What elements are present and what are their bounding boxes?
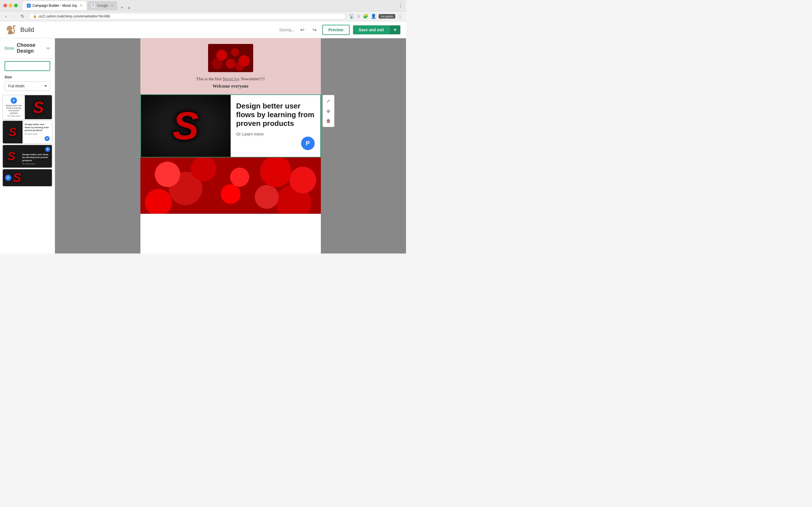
redo-button[interactable]: ↪: [310, 25, 319, 34]
minimize-dot[interactable]: [9, 4, 12, 7]
address-bar: ‹ › ↻ 🔒 us21.admin.mailchimp.com/email/e…: [0, 11, 406, 21]
undo-button[interactable]: ↩: [298, 25, 307, 34]
profile-icon[interactable]: 👤: [371, 13, 376, 19]
card3-p-icon: P: [45, 147, 50, 152]
block-text-side: Design better user flows by learning fro…: [231, 95, 320, 157]
save-exit-dropdown[interactable]: ▼: [389, 25, 400, 34]
address-actions: 📡 ☆ 🧩 👤 Incognito ⋮: [349, 13, 403, 19]
maximize-dot[interactable]: [14, 4, 18, 7]
card2-image: S: [3, 121, 22, 143]
tab-google[interactable]: G Google ✕: [87, 1, 117, 10]
card2-link: Or Learn more: [25, 133, 50, 135]
selected-content-block[interactable]: S Design better user flows by learning f…: [140, 94, 321, 158]
design-cards-list: P Design better user flows by learning f…: [0, 95, 55, 191]
app-header: 🐒 Build Saving... ↩ ↪ Preview Save and e…: [0, 21, 406, 38]
block-heading: Design better user flows by learning fro…: [236, 102, 315, 128]
content-area: This is the first Mood Joy Newsletter!!!…: [55, 38, 406, 253]
design-card-4[interactable]: P S: [2, 169, 52, 187]
edit-icon[interactable]: ✏: [47, 46, 50, 51]
card1-heading: Design better user flows by learning fro…: [5, 104, 22, 114]
tab-google-label: Google: [97, 4, 108, 8]
email-bottom-section: [140, 158, 321, 214]
card1-image: S: [25, 95, 52, 119]
reload-button[interactable]: ↻: [19, 13, 26, 19]
main-layout: Done Choose Design ✏ Size Full Width Nar…: [0, 38, 406, 253]
incognito-badge: Incognito: [378, 14, 395, 18]
design-card-1[interactable]: P Design better user flows by learning f…: [2, 95, 52, 120]
sidebar-back-button[interactable]: Done: [4, 46, 14, 50]
browser-tabs: C Campaign Builder - Mood Joy ✕ G Google…: [23, 1, 130, 10]
email-newsletter-text: This is the first Mood Joy Newsletter!!!…: [146, 76, 315, 81]
flower-bottom-pattern: [140, 158, 321, 214]
block-subtext: Or Learn more: [236, 131, 315, 136]
browser-menu[interactable]: ⋮: [398, 3, 403, 8]
card1-p-icon: P: [11, 98, 17, 104]
card3-link: Or Learn more: [22, 163, 50, 165]
new-tab-button[interactable]: +: [118, 5, 125, 10]
block-s-background: S: [172, 103, 199, 149]
card2-text-area: Design better user flows by learning fro…: [22, 121, 52, 143]
tab-mailchimp[interactable]: C Campaign Builder - Mood Joy ✕: [23, 1, 86, 10]
url-bar[interactable]: 🔒 us21.admin.mailchimp.com/email/editor?…: [29, 13, 346, 20]
block-p-icon: P: [301, 136, 315, 150]
tab-mailchimp-label: Campaign Builder - Mood Joy: [33, 4, 77, 8]
close-dot[interactable]: [3, 4, 7, 7]
card4-p-icon: P: [5, 175, 11, 181]
bookmark-icon[interactable]: ☆: [357, 13, 361, 19]
card4-s-logo: S: [13, 172, 21, 184]
tab-mailchimp-icon: C: [27, 4, 31, 8]
card3-heading: Design better user flows by learning fro…: [22, 153, 50, 162]
size-section: Size Full Width Narrow Wide: [0, 74, 55, 95]
sidebar: Done Choose Design ✏ Size Full Width Nar…: [0, 38, 55, 253]
header-right: Saving... ↩ ↪ Preview Save and exit ▼: [279, 25, 400, 35]
search-bar-container: [0, 58, 55, 74]
block-move-button[interactable]: ⤢: [324, 96, 333, 105]
email-flower-image: [208, 44, 253, 72]
preview-button[interactable]: Preview: [322, 25, 350, 35]
extensions-icon[interactable]: 🧩: [363, 13, 368, 19]
tabs-menu-icon[interactable]: ≡: [128, 6, 130, 10]
card2-heading: Design better user flows by learning fro…: [25, 123, 50, 132]
design-card-2[interactable]: S Design better user flows by learning f…: [2, 120, 52, 144]
browser-window-controls: [3, 4, 18, 7]
back-nav-button[interactable]: ‹: [3, 13, 8, 19]
card2-p-icon: P: [45, 136, 50, 141]
block-image: S: [141, 95, 231, 157]
save-exit-group: Save and exit ▼: [353, 25, 400, 34]
block-delete-button[interactable]: 🗑: [324, 117, 333, 126]
app-title: Build: [20, 26, 34, 34]
size-label: Size: [4, 75, 50, 79]
cast-icon[interactable]: 📡: [349, 13, 354, 19]
card1-link: Or Learn more: [7, 115, 20, 117]
email-top-section: This is the first Mood Joy Newsletter!!!…: [140, 38, 321, 94]
design-card-3[interactable]: S P Design better user flows by learning…: [2, 145, 52, 168]
tab-google-icon: G: [91, 4, 95, 8]
block-copy-button[interactable]: ⊕: [324, 107, 333, 115]
tab-google-close[interactable]: ✕: [111, 4, 113, 7]
mailchimp-logo: 🐒: [6, 25, 16, 35]
forward-nav-button[interactable]: ›: [11, 13, 16, 19]
logo-icon: 🐒: [6, 25, 16, 34]
sidebar-header: Done Choose Design ✏: [0, 38, 55, 58]
size-select[interactable]: Full Width Narrow Wide: [4, 81, 50, 91]
browser-chrome: C Campaign Builder - Mood Joy ✕ G Google…: [0, 0, 406, 11]
saving-text: Saving...: [279, 27, 294, 32]
save-exit-button[interactable]: Save and exit: [353, 25, 390, 34]
card3-text-area: P Design better user flows by learning f…: [20, 145, 52, 168]
block-toolbar: ⤢ ⊕ 🗑: [322, 95, 335, 127]
card3-image: S: [3, 145, 20, 168]
flower-pattern: [208, 44, 253, 72]
chrome-menu-icon[interactable]: ⋮: [398, 13, 403, 19]
block-s-logo: S: [172, 103, 199, 149]
sidebar-title: Choose Design: [17, 42, 44, 54]
tab-mailchimp-close[interactable]: ✕: [80, 4, 82, 7]
email-welcome-text: Welcome everyone: [146, 83, 315, 89]
email-preview: This is the first Mood Joy Newsletter!!!…: [140, 38, 321, 253]
mood-joy-link[interactable]: Mood Joy: [223, 76, 240, 81]
card4-content-area: P S: [3, 169, 52, 186]
search-input[interactable]: [4, 61, 50, 71]
lock-icon: 🔒: [33, 14, 37, 18]
block-content: S Design better user flows by learning f…: [141, 95, 320, 157]
url-text: us21.admin.mailchimp.com/email/editor?id…: [39, 14, 110, 18]
